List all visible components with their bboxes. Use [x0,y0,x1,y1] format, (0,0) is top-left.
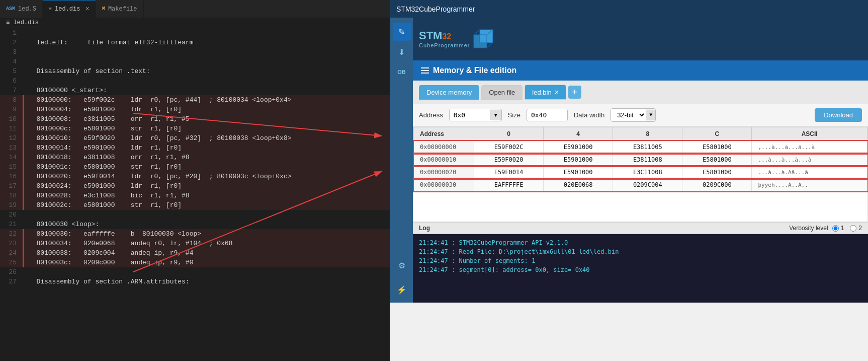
code-line: 20 [0,210,390,220]
log-content: 21:24:41 : STM32CubeProgrammer API v2.1.… [413,234,868,303]
code-line: 15 8010001c: e5801000 str r1, [r0] [0,162,390,172]
code-line: 7 80100000 <_start>: [0,86,390,95]
verbosity-2-label[interactable]: 2 [850,225,862,232]
sidebar-btn-ob[interactable]: OB [393,63,411,81]
code-line: 9 80100004: e5901000 ldr r1, [r0] [0,105,390,114]
download-button[interactable]: Download [815,108,862,122]
stm-title: STM32CubeProgrammer [396,5,475,13]
col-header-4: 4 [544,127,613,141]
tab-open-file[interactable]: Open file [481,85,523,100]
code-line: 24 80100038: 0209c004 andeq ip, r9, #4 [0,248,390,258]
right-titlebar: STM32CubeProgrammer [390,0,868,18]
line-number: 21 [0,220,23,229]
line-number: 8 [0,95,23,105]
line-number: 7 [0,86,23,95]
cell-4: E5901000 [544,154,613,166]
address-label: Address [419,111,443,119]
line-number: 2 [0,38,23,47]
verbosity-section: Verbosity level 1 2 [789,225,862,232]
verbosity-2-text: 2 [858,225,862,232]
tab-makefile[interactable]: M Makefile [96,0,144,18]
code-line: 11 8010000c: e5801000 str r1, [r0] [0,124,390,133]
line-content: 80100004: e5901000 ldr r1, [r0] [23,105,182,114]
line-number: 23 [0,239,23,248]
tab-makefile-label: Makefile [108,6,137,13]
tab-led-s-label: led.S [18,6,36,13]
line-number: 16 [0,172,23,181]
cell-ascii: ...à...à...ã...à [752,154,867,166]
cell-4: E5901000 [544,141,613,154]
tab-device-memory[interactable]: Device memory [419,85,479,100]
code-line: 22 80100030: eafffffe b 80100030 <loop> [0,229,390,239]
line-number: 13 [0,143,23,153]
code-line: 8 80100000: e59f002c ldr r0, [pc, #44] ;… [0,95,390,105]
data-width-label: Data width [574,111,604,119]
size-input[interactable] [527,109,567,121]
code-line: 27 Disassembly of section .ARM.attribute… [0,277,390,286]
line-content: 80100014: e5901000 ldr r1, [r0] [23,143,182,153]
cell-4: 020E0068 [544,179,613,191]
line-content: 80100010: e59f0020 ldr r0, [pc, #32] ; 8… [23,133,292,143]
mem-extra-space [413,191,867,222]
line-content [23,28,25,38]
sidebar-btn-settings[interactable]: ⚙ [393,256,411,274]
code-line: 13 80100014: e5901000 ldr r1, [r0] [0,143,390,153]
cell-8: 0209C004 [613,179,682,191]
svg-line-7 [474,30,480,35]
address-dropdown-btn[interactable]: ▼ [490,110,501,120]
line-content [23,210,25,220]
line-content: 8010000c: e5801000 str r1, [r0] [23,124,182,133]
line-number: 3 [0,47,23,57]
log-line: 21:24:47 : segment[0]: address= 0x0, siz… [419,265,862,274]
line-content: led.elf: file format elf32-littlearm [23,38,193,47]
line-content: 80100038: 0209c004 andeq ip, r9, #4 [23,248,193,258]
add-tab-button[interactable]: + [568,86,581,99]
line-number: 19 [0,200,23,210]
tab-close-icon[interactable]: × [85,5,89,13]
sidebar-btn-download[interactable]: ⬇ [393,43,411,61]
cell-address: 0x00000020 [414,166,474,179]
col-header-0: 0 [474,127,544,141]
data-width-select-group: 8-bit 16-bit 32-bit 64-bit ▼ [611,108,656,122]
line-number: 25 [0,258,23,267]
editor-panel: ASM led.S ≡ led.dis × M Makefile ≡ led.d… [0,0,390,361]
address-input[interactable] [450,109,490,121]
code-line: 25 8010003c: 0209c000 andeq ip, r9, #0 [0,258,390,267]
line-number: 17 [0,181,23,191]
code-area[interactable]: 12 led.elf: file format elf32-littlearm3… [0,28,390,361]
tabs-row: Device memory Open file led.bin × + [413,81,868,104]
verbosity-1-label[interactable]: 1 [832,225,844,232]
cell-c: 0209C000 [682,179,752,191]
address-input-group: ▼ [449,109,502,121]
cell-ascii: ,...à...à...ã...à [752,141,867,154]
data-width-dropdown-arrow[interactable]: ▼ [646,110,655,120]
code-line: 3 [0,47,390,57]
line-content: 80100018: e3811008 orr r1, r1, #8 [23,153,190,162]
cell-4: E5901000 [544,166,613,179]
right-panel: STM32CubeProgrammer ✎ ⬇ OB ⚙ ⚡ STM32 Cub… [390,0,868,361]
line-number: 26 [0,267,23,277]
tab-led-bin[interactable]: led.bin × [525,85,566,100]
hamburger-menu[interactable] [421,67,429,74]
memory-table-container: Address 0 4 8 C ASCII 0x00000000E59F002C… [413,126,868,222]
verbosity-2-radio[interactable] [850,225,856,232]
verbosity-1-radio[interactable] [832,225,839,232]
data-width-select[interactable]: 8-bit 16-bit 32-bit 64-bit [611,109,646,121]
code-line: 14 80100018: e3811008 orr r1, r1, #8 [0,153,390,162]
table-row: 0x00000010E59F0020E5901000E3811008E58010… [414,154,867,166]
table-row: 0x00000000E59F002CE5901000E3811005E58010… [414,141,867,154]
sidebar-btn-edit[interactable]: ✎ [393,23,411,41]
makefile-icon: M [102,6,105,12]
code-line: 16 80100020: e59f0014 ldr r0, [pc, #20] … [0,172,390,181]
line-number: 11 [0,124,23,133]
log-line: 21:24:47 : Read File: D:\project\imx6ull… [419,247,862,256]
sidebar-btn-power[interactable]: ⚡ [393,280,411,299]
memory-table: Address 0 4 8 C ASCII 0x00000000E59F002C… [413,127,867,191]
tab-led-s[interactable]: ASM led.S [0,0,43,18]
tab-led-dis[interactable]: ≡ led.dis × [43,0,96,18]
cell-0: EAFFFFFE [474,179,544,191]
code-line: 19 8010002c: e5801000 str r1, [r0] [0,200,390,210]
tab-led-bin-close[interactable]: × [555,88,559,96]
cell-c: E5801000 [682,166,752,179]
code-line: 5 Disassembly of section .text: [0,66,390,76]
